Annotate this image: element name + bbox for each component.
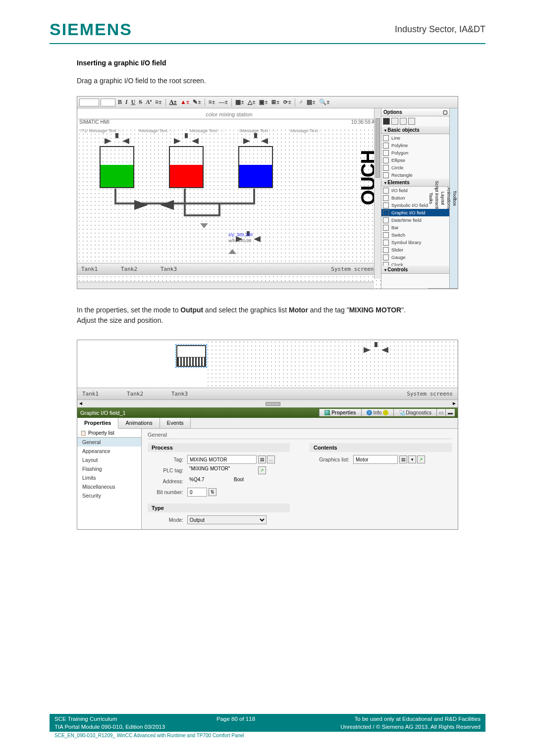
toolbox-item[interactable]: Polyline xyxy=(381,142,449,149)
misc2-button[interactable]: ▤± xyxy=(306,99,317,106)
tool-icon[interactable] xyxy=(408,118,415,125)
screenshot-properties: Tank1 Tank2 Tank3 System screens ◄ ► Gra… xyxy=(77,340,458,530)
properties-tab-button[interactable]: 🔍Properties xyxy=(319,409,361,416)
tab-events[interactable]: Events xyxy=(160,418,191,428)
valve-icon xyxy=(169,136,204,146)
diagnostics-tab-button[interactable]: 🩺Diagnostics xyxy=(393,409,436,416)
inspector-icon-2[interactable]: ▬ xyxy=(445,409,455,416)
underline-button[interactable]: U xyxy=(130,99,137,106)
line-style-button[interactable]: —± xyxy=(217,99,229,106)
tank1-fill xyxy=(101,165,133,187)
align-h-button[interactable]: ≡± xyxy=(208,99,216,106)
rotate-button[interactable]: ⟳± xyxy=(282,99,292,106)
tank1-label[interactable]: Tank1 xyxy=(82,391,127,397)
tank3-label[interactable]: Tank3 xyxy=(160,266,200,272)
pointer-icon[interactable] xyxy=(383,118,390,125)
strike-button[interactable]: S xyxy=(138,99,143,106)
mode-select[interactable]: Output xyxy=(187,515,267,524)
property-tree: 📋Property list GeneralAppearanceLayoutFl… xyxy=(77,429,142,529)
property-category[interactable]: Limits xyxy=(77,473,141,482)
tank2-label[interactable]: Tank2 xyxy=(121,266,160,272)
canvas-h-scrollbar[interactable] xyxy=(77,282,374,289)
tag-browse-button[interactable]: ... xyxy=(267,455,275,463)
toolbox-item[interactable]: Rectangle xyxy=(381,171,449,179)
toolbox-item[interactable]: Gauge xyxy=(381,253,449,261)
side-tab[interactable]: Toolbox xyxy=(452,108,458,289)
tank2-label[interactable]: Tank2 xyxy=(127,391,171,397)
format-toolbar: B I U S A▴ ≡± A± ▲± ✎± ≡± —± ▦± △± ▣± ⊞±… xyxy=(77,97,458,108)
toolbox-item[interactable]: Slider xyxy=(381,246,449,253)
font-color-button[interactable]: A± xyxy=(168,99,178,106)
toolbox-item[interactable]: Graphic I/O field xyxy=(381,209,449,216)
glist-link-icon[interactable]: ↗ xyxy=(417,455,425,463)
property-category[interactable]: Layout xyxy=(77,455,141,464)
bold-button[interactable]: B xyxy=(117,99,123,106)
font-family-dropdown[interactable] xyxy=(79,99,99,106)
toolbox-item[interactable]: Symbol library xyxy=(381,239,449,246)
graphics-list-input[interactable] xyxy=(353,455,398,464)
property-category[interactable]: Miscellaneous xyxy=(77,482,141,491)
toolbox-item[interactable]: Ellipse xyxy=(381,156,449,164)
toolbox-item[interactable]: I/O field xyxy=(381,187,449,194)
plc-link-icon[interactable]: ↗ xyxy=(258,466,266,474)
bit-number-input[interactable] xyxy=(187,488,207,497)
misc1-button[interactable]: ♂ xyxy=(298,99,304,106)
bit-spinner[interactable]: ⇅ xyxy=(209,488,216,496)
valve-icon xyxy=(238,136,273,146)
footer-bar: Tank1 Tank2 Tank3 System screens xyxy=(77,263,381,275)
type-group-title: Type xyxy=(148,504,290,512)
footer-sub: SCE_EN_090-010_R1209_ WinCC Advanced wit… xyxy=(50,732,485,738)
design-canvas[interactable]: color mixing station SIMATIC HMI 10:36:5… xyxy=(77,108,381,289)
tank1-label[interactable]: Tank1 xyxy=(81,266,121,272)
system-screens-button[interactable]: System screens xyxy=(407,391,453,397)
align-button[interactable]: ≡± xyxy=(154,99,162,106)
toolbox-item[interactable]: Circle xyxy=(381,164,449,171)
tank3-label[interactable]: Tank3 xyxy=(171,391,216,397)
info-tab-button[interactable]: iInfo xyxy=(361,409,394,416)
glist-list-button[interactable]: ▤ xyxy=(399,455,407,463)
property-category[interactable]: Appearance xyxy=(77,447,141,455)
message-row: !?1! Message Text : : : !Message Text : … xyxy=(77,128,381,135)
system-screens-button[interactable]: System screens xyxy=(331,266,377,272)
arrange-button[interactable]: ▦± xyxy=(234,99,245,106)
order-button[interactable]: ⊞± xyxy=(270,99,281,106)
tank2 xyxy=(166,136,206,188)
group-button[interactable]: △± xyxy=(247,99,257,106)
h-scrollbar[interactable]: ◄ ► xyxy=(77,400,458,407)
inspector-icon-1[interactable]: ▭ xyxy=(436,409,445,416)
tag-label: Tag: xyxy=(148,456,187,462)
glist-dropdown-button[interactable]: ▾ xyxy=(408,455,416,463)
graphic-io-field-selected[interactable] xyxy=(176,345,206,367)
fill-color-button[interactable]: ▲± xyxy=(179,99,190,106)
zoom-button[interactable]: 🔍± xyxy=(318,99,331,106)
toolbox-item[interactable]: Switch xyxy=(381,231,449,239)
italic-button[interactable]: I xyxy=(124,99,129,106)
toolbox-item[interactable]: Button xyxy=(381,194,449,202)
mode-label: Mode: xyxy=(148,517,187,523)
property-list-header[interactable]: 📋Property list xyxy=(77,429,141,438)
toolbox-item[interactable]: Polygon xyxy=(381,149,449,156)
tag-input[interactable] xyxy=(187,455,257,464)
distribute-button[interactable]: ▣± xyxy=(258,99,269,106)
font-size-dropdown[interactable] xyxy=(101,99,115,106)
toolbox-item[interactable]: Line xyxy=(381,134,449,142)
toolbox-item[interactable]: Clock xyxy=(381,261,449,266)
property-category[interactable]: Security xyxy=(77,491,141,500)
line-color-button[interactable]: ✎± xyxy=(192,99,202,106)
superscript-button[interactable]: A▴ xyxy=(145,99,153,106)
tool-icon[interactable] xyxy=(391,118,398,125)
tag-list-button[interactable]: ▤ xyxy=(258,455,266,463)
property-category[interactable]: General xyxy=(77,438,141,447)
page-footer: SCE Training Curriculum Page 80 of 118 T… xyxy=(50,714,485,738)
toolbox-item[interactable]: Bar xyxy=(381,224,449,231)
tool-icon[interactable] xyxy=(400,118,407,125)
tab-properties[interactable]: Properties xyxy=(77,418,118,429)
toolbox-panel: Options▢ Basic objects LinePolylinePolyg… xyxy=(381,108,450,289)
property-category[interactable]: Flashing xyxy=(77,464,141,473)
canvas-v-scrollbar[interactable] xyxy=(374,108,381,279)
toolbox-item[interactable]: Symbolic I/O field xyxy=(381,202,449,209)
tank2-fill xyxy=(170,165,203,187)
toolbox-title: Options xyxy=(383,109,402,115)
toolbox-item[interactable]: Date/time field xyxy=(381,216,449,224)
tab-animations[interactable]: Animations xyxy=(118,418,160,428)
